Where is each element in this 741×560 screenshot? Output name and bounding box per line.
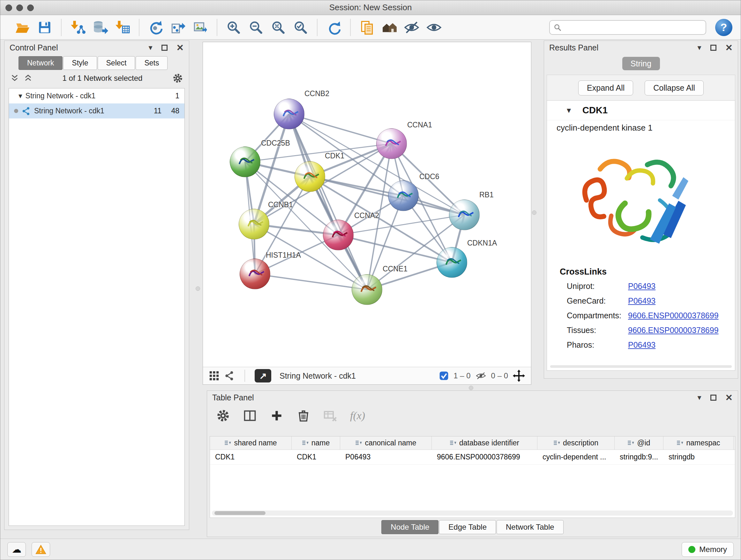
detach-view-button[interactable]: ↗ — [255, 369, 271, 382]
show-columns-icon[interactable] — [243, 409, 257, 423]
string-tab-badge[interactable]: String — [622, 57, 660, 70]
network-node-ccnb2[interactable] — [274, 99, 305, 129]
table-settings-gear-icon[interactable] — [216, 409, 230, 423]
network-node-cdkn1a[interactable] — [436, 247, 467, 278]
column-header-database-identifier[interactable]: database identifier — [432, 436, 537, 449]
help-button[interactable]: ? — [715, 19, 732, 36]
table-cell[interactable]: stringdb — [664, 450, 734, 464]
panel-close-icon[interactable]: ✕ — [177, 43, 184, 53]
zoom-in-icon[interactable] — [224, 18, 243, 37]
tab-edge-table[interactable]: Edge Table — [439, 520, 496, 534]
column-header-name[interactable]: name — [292, 436, 340, 449]
expand-all-icon[interactable] — [23, 74, 32, 83]
splitter-handle[interactable] — [196, 287, 200, 291]
tab-network[interactable]: Network — [18, 56, 63, 70]
network-collection-row[interactable]: ▾ String Network - cdk1 1 — [9, 88, 185, 104]
open-session-icon[interactable] — [13, 18, 31, 37]
table-horizontal-scrollbar[interactable] — [212, 510, 733, 516]
tab-select[interactable]: Select — [98, 56, 135, 70]
network-canvas[interactable]: CCNB2CCNA1CDC25BCDK1CDC6RB1CCNB1CCNA2CDK… — [203, 42, 531, 367]
collapse-all-button[interactable]: Collapse All — [645, 80, 704, 96]
network-row[interactable]: String Network - cdk1 11 48 — [9, 104, 185, 118]
network-node-rb1[interactable] — [449, 199, 480, 230]
first-neighbors-icon[interactable] — [146, 18, 165, 37]
column-header-canonical-name[interactable]: canonical name — [340, 436, 432, 449]
warnings-button[interactable] — [31, 542, 50, 557]
network-node-cdc6[interactable] — [388, 180, 419, 211]
tab-style[interactable]: Style — [63, 56, 97, 70]
panel-float-icon[interactable] — [711, 395, 717, 401]
zoom-fit-icon[interactable] — [269, 18, 287, 37]
table-row[interactable]: CDK1CDK1P064939606.ENSP00000378699cyclin… — [210, 450, 735, 464]
disclosure-triangle-icon[interactable]: ▾ — [567, 105, 571, 115]
zoom-out-icon[interactable] — [247, 18, 265, 37]
splitter-handle[interactable] — [469, 386, 473, 390]
table-cell[interactable]: stringdb:9... — [615, 450, 664, 464]
column-header-shared-name[interactable]: shared name — [210, 436, 292, 449]
show-all-eye-icon[interactable] — [425, 18, 443, 37]
delete-column-trash-icon[interactable] — [296, 409, 311, 423]
copy-network-icon[interactable] — [358, 18, 376, 37]
new-network-from-selection-icon[interactable] — [169, 18, 187, 37]
network-node-cdk1[interactable] — [294, 161, 325, 192]
cloud-status-button[interactable]: ☁ — [7, 542, 26, 557]
search-field[interactable] — [549, 20, 706, 35]
network-node-ccna2[interactable] — [323, 220, 354, 250]
column-header--id[interactable]: @id — [615, 436, 664, 449]
export-image-icon[interactable] — [191, 18, 210, 37]
network-node-hist1h1a[interactable] — [240, 259, 270, 289]
network-node-ccne1[interactable] — [352, 274, 382, 305]
scrollbar-thumb[interactable] — [214, 511, 266, 515]
pan-move-icon[interactable] — [513, 369, 525, 382]
panel-menu-icon[interactable]: ▾ — [697, 393, 701, 402]
table-cell[interactable]: 9606.ENSP00000378699 — [432, 450, 537, 464]
panel-close-icon[interactable]: ✕ — [725, 392, 733, 403]
create-column-plus-icon[interactable] — [270, 409, 284, 423]
panel-float-icon[interactable] — [711, 45, 717, 51]
import-network-from-database-icon[interactable] — [91, 18, 110, 37]
tab-network-table[interactable]: Network Table — [496, 520, 563, 534]
window-close-button[interactable] — [5, 4, 12, 11]
window-zoom-button[interactable] — [27, 4, 34, 11]
tab-node-table[interactable]: Node Table — [381, 520, 439, 534]
import-network-from-file-icon[interactable] — [69, 18, 87, 37]
network-node-ccnb1[interactable] — [239, 209, 269, 240]
collapse-all-icon[interactable] — [10, 74, 19, 83]
network-options-gear-icon[interactable] — [172, 73, 183, 84]
home-layout-icon[interactable] — [380, 18, 399, 37]
crosslink-value-link[interactable]: P06493 — [628, 296, 656, 306]
table-cell[interactable]: P06493 — [340, 450, 432, 464]
tab-sets[interactable]: Sets — [136, 56, 167, 70]
crosslink-value-link[interactable]: 9606.ENSP00000378699 — [628, 326, 719, 335]
expand-all-button[interactable]: Expand All — [578, 80, 633, 96]
column-header-namespac[interactable]: namespac — [664, 436, 734, 449]
table-cell[interactable]: cyclin-dependent ... — [537, 450, 615, 464]
disclosure-triangle-icon[interactable]: ▾ — [18, 91, 22, 100]
refresh-view-icon[interactable] — [325, 18, 343, 37]
panel-float-icon[interactable] — [161, 45, 167, 51]
results-scrollbar[interactable] — [550, 365, 732, 368]
panel-menu-icon[interactable]: ▾ — [697, 43, 701, 52]
import-table-from-file-icon[interactable] — [113, 18, 132, 37]
crosslink-value-link[interactable]: 9606.ENSP00000378699 — [628, 311, 719, 320]
protein-section-header[interactable]: ▾ CDK1 — [547, 101, 735, 120]
zoom-selected-icon[interactable] — [291, 18, 310, 37]
network-node-cdc25b[interactable] — [230, 146, 260, 177]
hide-selected-eye-slash-icon[interactable] — [402, 18, 421, 37]
panel-close-icon[interactable]: ✕ — [725, 43, 733, 53]
network-graph-icon[interactable] — [224, 370, 235, 381]
memory-button[interactable]: Memory — [682, 542, 734, 557]
birds-eye-view-icon[interactable] — [209, 370, 219, 381]
crosslink-value-link[interactable]: P06493 — [628, 340, 656, 350]
selected-checkbox-icon[interactable] — [439, 371, 449, 381]
column-header-description[interactable]: description — [537, 436, 615, 449]
search-input[interactable] — [564, 23, 702, 32]
crosslink-value-link[interactable]: P06493 — [628, 282, 656, 291]
table-cell[interactable]: CDK1 — [292, 450, 340, 464]
panel-menu-icon[interactable]: ▾ — [148, 43, 152, 52]
table-cell[interactable]: CDK1 — [210, 450, 292, 464]
splitter-handle[interactable] — [532, 210, 536, 215]
network-node-ccna1[interactable] — [376, 128, 407, 159]
save-session-icon[interactable] — [36, 18, 54, 37]
window-minimize-button[interactable] — [16, 4, 23, 11]
